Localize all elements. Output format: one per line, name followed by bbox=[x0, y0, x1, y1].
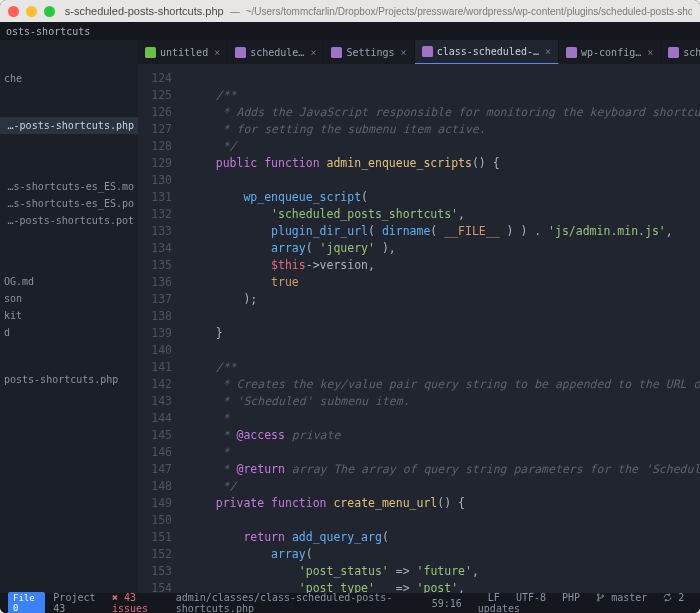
code-line[interactable]: 'scheduled_posts_shortcuts', bbox=[188, 206, 700, 223]
editor-tab-label: schedule… bbox=[683, 47, 700, 58]
close-tab-icon[interactable]: × bbox=[214, 47, 220, 58]
status-cursor: 59:16 bbox=[432, 598, 462, 609]
svg-rect-6 bbox=[668, 47, 679, 58]
line-number: 124 bbox=[138, 70, 172, 87]
line-number: 146 bbox=[138, 444, 172, 461]
code-line[interactable] bbox=[188, 172, 700, 189]
code-line[interactable] bbox=[188, 70, 700, 87]
code-line[interactable]: } bbox=[188, 325, 700, 342]
code-source[interactable]: /** * Adds the JavaScript responsible fo… bbox=[182, 64, 700, 593]
code-line[interactable]: * Adds the JavaScript responsible for mo… bbox=[188, 104, 700, 121]
code-line[interactable]: true bbox=[188, 274, 700, 291]
code-line[interactable]: */ bbox=[188, 138, 700, 155]
code-line[interactable] bbox=[188, 512, 700, 529]
line-number: 138 bbox=[138, 308, 172, 325]
line-number: 127 bbox=[138, 121, 172, 138]
minimize-window-button[interactable] bbox=[26, 6, 37, 17]
file-tree-item[interactable]: id-posts-shortcuts-es_ES.po bbox=[0, 195, 138, 212]
line-number: 142 bbox=[138, 376, 172, 393]
editor-tab-label: schedule… bbox=[250, 47, 304, 58]
status-branch[interactable]: master bbox=[596, 592, 653, 603]
file-tree-item[interactable]: kit bbox=[0, 307, 138, 324]
code-line[interactable]: /** bbox=[188, 87, 700, 104]
code-line[interactable]: /** bbox=[188, 359, 700, 376]
line-number: 152 bbox=[138, 546, 172, 563]
status-line-endings[interactable]: LF bbox=[488, 592, 500, 603]
code-line[interactable]: * 'Scheduled' submenu item. bbox=[188, 393, 700, 410]
editor-tab[interactable]: schedule…× bbox=[228, 40, 324, 64]
file-tree-item-label: d bbox=[4, 327, 10, 338]
close-window-button[interactable] bbox=[8, 6, 19, 17]
status-issues[interactable]: ✖ 43 issues bbox=[112, 592, 168, 613]
editor-tab-label: untitled bbox=[160, 47, 208, 58]
svg-rect-2 bbox=[235, 47, 246, 58]
editor-tab[interactable]: schedule…× bbox=[661, 40, 700, 64]
code-line[interactable]: private function create_menu_url() { bbox=[188, 495, 700, 512]
status-file-pill[interactable]: File 0 bbox=[8, 592, 45, 613]
status-project[interactable]: Project 43 bbox=[53, 592, 104, 613]
code-line[interactable] bbox=[188, 308, 700, 325]
php-file-icon bbox=[668, 47, 679, 58]
file-tree-item[interactable]: che bbox=[0, 70, 138, 87]
file-tree-item[interactable]: son bbox=[0, 290, 138, 307]
svg-point-9 bbox=[597, 599, 599, 601]
editor-tab[interactable]: Settings× bbox=[324, 40, 414, 64]
code-line[interactable]: 'post_status' => 'future', bbox=[188, 563, 700, 580]
tab-bar: untitled×schedule…×Settings×class-schedu… bbox=[138, 40, 700, 64]
editor-tab[interactable]: wp-config…× bbox=[559, 40, 661, 64]
editor-tab[interactable]: class-scheduled-…× bbox=[415, 40, 559, 64]
line-number: 134 bbox=[138, 240, 172, 257]
file-tree-item[interactable]: id-posts-shortcuts-es_ES.mo bbox=[0, 178, 138, 195]
traffic-lights bbox=[8, 6, 55, 17]
editor-tab-label: wp-config… bbox=[581, 47, 641, 58]
code-line[interactable]: */ bbox=[188, 478, 700, 495]
code-line[interactable]: * bbox=[188, 410, 700, 427]
file-tree-item[interactable]: posts-shortcuts.php bbox=[0, 371, 138, 388]
editor-tab[interactable]: untitled× bbox=[138, 40, 228, 64]
close-tab-icon[interactable]: × bbox=[545, 46, 551, 57]
zoom-window-button[interactable] bbox=[44, 6, 55, 17]
code-line[interactable]: public function admin_enqueue_scripts() … bbox=[188, 155, 700, 172]
line-number: 141 bbox=[138, 359, 172, 376]
title-filename: class-scheduled-posts-shortcuts.php bbox=[65, 5, 224, 17]
php-file-icon bbox=[566, 47, 577, 58]
close-tab-icon[interactable]: × bbox=[310, 47, 316, 58]
file-tree-item-label: che bbox=[4, 73, 22, 84]
code-line[interactable]: * @return array The array of query strin… bbox=[188, 461, 700, 478]
code-line[interactable]: array( bbox=[188, 546, 700, 563]
status-filepath[interactable]: admin/classes/class-scheduled-posts-shor… bbox=[176, 592, 424, 613]
code-line[interactable]: * @access private bbox=[188, 427, 700, 444]
editor-pane: untitled×schedule…×Settings×class-schedu… bbox=[138, 40, 700, 593]
line-number: 128 bbox=[138, 138, 172, 155]
code-line[interactable]: * Creates the key/value pair query strin… bbox=[188, 376, 700, 393]
code-line[interactable]: ); bbox=[188, 291, 700, 308]
svg-rect-1 bbox=[145, 47, 156, 58]
code-line[interactable]: wp_enqueue_script( bbox=[188, 189, 700, 206]
code-line[interactable]: return add_query_arg( bbox=[188, 529, 700, 546]
code-line[interactable]: * bbox=[188, 444, 700, 461]
code-editor[interactable]: 1241251261271281291301311321331341351361… bbox=[138, 64, 700, 593]
line-number: 137 bbox=[138, 291, 172, 308]
line-number: 147 bbox=[138, 461, 172, 478]
line-number: 131 bbox=[138, 189, 172, 206]
file-tree-item-label: son bbox=[4, 293, 22, 304]
code-line[interactable]: plugin_dir_url( dirname( __FILE__ ) ) . … bbox=[188, 223, 700, 240]
close-tab-icon[interactable]: × bbox=[647, 47, 653, 58]
code-line[interactable]: array( 'jquery' ), bbox=[188, 240, 700, 257]
line-number: 140 bbox=[138, 342, 172, 359]
file-tree[interactable]: chescheduled-posts-shortcuts.phpid-posts… bbox=[0, 40, 138, 593]
code-line[interactable] bbox=[188, 342, 700, 359]
file-tree-item[interactable]: scheduled-posts-shortcuts.php bbox=[0, 117, 138, 134]
code-line[interactable]: * for setting the submenu item active. bbox=[188, 121, 700, 138]
code-line[interactable]: $this->version, bbox=[188, 257, 700, 274]
file-tree-item[interactable]: id-posts-shortcuts.pot bbox=[0, 212, 138, 229]
file-tree-item-label: OG.md bbox=[4, 276, 34, 287]
text-file-icon bbox=[145, 47, 156, 58]
close-tab-icon[interactable]: × bbox=[401, 47, 407, 58]
status-right-group: LF UTF-8 PHP master 2 updates bbox=[478, 592, 692, 613]
status-updates[interactable]: 2 updates bbox=[478, 592, 685, 613]
file-tree-item[interactable]: OG.md bbox=[0, 273, 138, 290]
status-encoding[interactable]: UTF-8 bbox=[516, 592, 546, 603]
file-tree-item[interactable]: d bbox=[0, 324, 138, 341]
status-language[interactable]: PHP bbox=[562, 592, 580, 603]
